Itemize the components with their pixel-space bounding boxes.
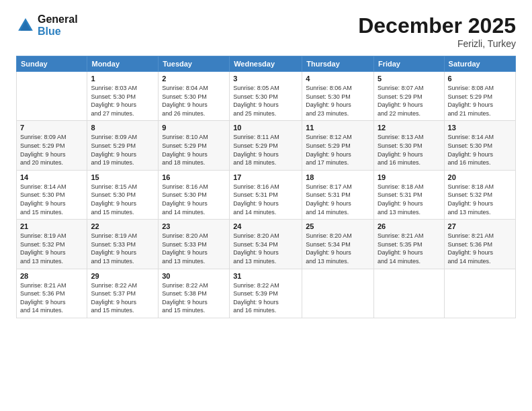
day-info: Sunrise: 8:03 AM Sunset: 5:30 PM Dayligh… (91, 84, 154, 118)
day-info: Sunrise: 8:07 AM Sunset: 5:29 PM Dayligh… (378, 84, 441, 118)
day-cell: 21Sunrise: 8:19 AM Sunset: 5:32 PM Dayli… (17, 220, 87, 269)
day-number: 3 (233, 75, 298, 83)
day-info: Sunrise: 8:05 AM Sunset: 5:30 PM Dayligh… (233, 84, 298, 118)
day-number: 14 (20, 173, 83, 181)
day-number: 10 (233, 124, 298, 132)
day-number: 6 (448, 75, 512, 83)
day-info: Sunrise: 8:12 AM Sunset: 5:29 PM Dayligh… (306, 133, 370, 167)
calendar-body: 1Sunrise: 8:03 AM Sunset: 5:30 PM Daylig… (17, 72, 516, 318)
day-cell: 29Sunrise: 8:22 AM Sunset: 5:37 PM Dayli… (87, 269, 159, 318)
day-number: 16 (162, 173, 226, 181)
day-number: 2 (162, 75, 226, 83)
day-cell: 26Sunrise: 8:21 AM Sunset: 5:35 PM Dayli… (373, 220, 444, 269)
title-block: December 2025 Ferizli, Turkey (358, 13, 516, 49)
col-header-tuesday: Tuesday (159, 56, 230, 72)
day-number: 11 (306, 124, 370, 132)
day-cell: 8Sunrise: 8:09 AM Sunset: 5:29 PM Daylig… (87, 121, 159, 170)
week-row-3: 14Sunrise: 8:14 AM Sunset: 5:30 PM Dayli… (17, 170, 516, 219)
logo: General Blue (16, 13, 78, 38)
day-number: 15 (91, 173, 154, 181)
day-info: Sunrise: 8:16 AM Sunset: 5:31 PM Dayligh… (233, 183, 298, 216)
day-cell: 2Sunrise: 8:04 AM Sunset: 5:30 PM Daylig… (159, 72, 230, 121)
col-header-friday: Friday (373, 56, 444, 72)
header: General Blue December 2025 Ferizli, Turk… (16, 13, 516, 49)
day-number: 9 (162, 124, 226, 132)
day-number: 31 (233, 272, 298, 280)
col-header-wednesday: Wednesday (230, 56, 302, 72)
day-number: 26 (378, 222, 441, 230)
day-info: Sunrise: 8:21 AM Sunset: 5:36 PM Dayligh… (448, 232, 512, 265)
col-header-monday: Monday (87, 56, 159, 72)
page: General Blue December 2025 Ferizli, Turk… (0, 0, 532, 411)
day-cell: 1Sunrise: 8:03 AM Sunset: 5:30 PM Daylig… (87, 72, 159, 121)
logo-line2: Blue (38, 26, 78, 38)
day-number: 12 (378, 124, 441, 132)
day-cell (302, 269, 374, 318)
day-cell: 20Sunrise: 8:18 AM Sunset: 5:32 PM Dayli… (444, 170, 515, 219)
day-number: 21 (20, 222, 83, 230)
day-number: 5 (378, 75, 441, 83)
day-cell: 14Sunrise: 8:14 AM Sunset: 5:30 PM Dayli… (17, 170, 87, 219)
day-info: Sunrise: 8:22 AM Sunset: 5:37 PM Dayligh… (91, 281, 154, 315)
day-cell: 22Sunrise: 8:19 AM Sunset: 5:33 PM Dayli… (87, 220, 159, 269)
week-row-2: 7Sunrise: 8:09 AM Sunset: 5:29 PM Daylig… (17, 121, 516, 170)
day-info: Sunrise: 8:18 AM Sunset: 5:31 PM Dayligh… (378, 183, 441, 216)
day-number: 22 (91, 222, 154, 230)
day-cell: 16Sunrise: 8:16 AM Sunset: 5:30 PM Dayli… (159, 170, 230, 219)
day-cell: 28Sunrise: 8:21 AM Sunset: 5:36 PM Dayli… (17, 269, 87, 318)
day-info: Sunrise: 8:14 AM Sunset: 5:30 PM Dayligh… (20, 183, 83, 216)
day-number: 28 (20, 272, 83, 280)
logo-icon (16, 16, 35, 35)
col-header-thursday: Thursday (302, 56, 374, 72)
day-cell: 17Sunrise: 8:16 AM Sunset: 5:31 PM Dayli… (230, 170, 302, 219)
day-info: Sunrise: 8:10 AM Sunset: 5:29 PM Dayligh… (162, 133, 226, 167)
day-cell: 27Sunrise: 8:21 AM Sunset: 5:36 PM Dayli… (444, 220, 515, 269)
day-cell: 19Sunrise: 8:18 AM Sunset: 5:31 PM Dayli… (373, 170, 444, 219)
day-cell: 11Sunrise: 8:12 AM Sunset: 5:29 PM Dayli… (302, 121, 374, 170)
calendar-header: SundayMondayTuesdayWednesdayThursdayFrid… (17, 56, 516, 72)
day-number: 7 (20, 124, 83, 132)
day-info: Sunrise: 8:16 AM Sunset: 5:30 PM Dayligh… (162, 183, 226, 216)
day-info: Sunrise: 8:06 AM Sunset: 5:30 PM Dayligh… (306, 84, 370, 118)
day-info: Sunrise: 8:14 AM Sunset: 5:30 PM Dayligh… (448, 133, 512, 167)
day-cell: 13Sunrise: 8:14 AM Sunset: 5:30 PM Dayli… (444, 121, 515, 170)
week-row-5: 28Sunrise: 8:21 AM Sunset: 5:36 PM Dayli… (17, 269, 516, 318)
day-cell: 15Sunrise: 8:15 AM Sunset: 5:30 PM Dayli… (87, 170, 159, 219)
day-cell: 18Sunrise: 8:17 AM Sunset: 5:31 PM Dayli… (302, 170, 374, 219)
day-number: 23 (162, 222, 226, 230)
day-number: 4 (306, 75, 370, 83)
day-cell: 10Sunrise: 8:11 AM Sunset: 5:29 PM Dayli… (230, 121, 302, 170)
month-title: December 2025 (358, 13, 516, 38)
day-info: Sunrise: 8:22 AM Sunset: 5:38 PM Dayligh… (162, 281, 226, 315)
day-cell: 24Sunrise: 8:20 AM Sunset: 5:34 PM Dayli… (230, 220, 302, 269)
day-info: Sunrise: 8:09 AM Sunset: 5:29 PM Dayligh… (91, 133, 154, 167)
day-number: 13 (448, 124, 512, 132)
col-header-saturday: Saturday (444, 56, 515, 72)
day-cell: 9Sunrise: 8:10 AM Sunset: 5:29 PM Daylig… (159, 121, 230, 170)
day-info: Sunrise: 8:19 AM Sunset: 5:32 PM Dayligh… (20, 232, 83, 265)
logo-line1: General (38, 13, 78, 26)
day-info: Sunrise: 8:09 AM Sunset: 5:29 PM Dayligh… (20, 133, 83, 167)
day-info: Sunrise: 8:21 AM Sunset: 5:36 PM Dayligh… (20, 281, 83, 315)
day-cell: 12Sunrise: 8:13 AM Sunset: 5:30 PM Dayli… (373, 121, 444, 170)
day-number: 17 (233, 173, 298, 181)
day-cell: 3Sunrise: 8:05 AM Sunset: 5:30 PM Daylig… (230, 72, 302, 121)
day-info: Sunrise: 8:17 AM Sunset: 5:31 PM Dayligh… (306, 183, 370, 216)
day-info: Sunrise: 8:11 AM Sunset: 5:29 PM Dayligh… (233, 133, 298, 167)
day-info: Sunrise: 8:21 AM Sunset: 5:35 PM Dayligh… (378, 232, 441, 265)
day-cell (444, 269, 515, 318)
day-info: Sunrise: 8:20 AM Sunset: 5:34 PM Dayligh… (306, 232, 370, 265)
day-info: Sunrise: 8:13 AM Sunset: 5:30 PM Dayligh… (378, 133, 441, 167)
day-cell: 5Sunrise: 8:07 AM Sunset: 5:29 PM Daylig… (373, 72, 444, 121)
col-header-sunday: Sunday (17, 56, 87, 72)
day-cell: 4Sunrise: 8:06 AM Sunset: 5:30 PM Daylig… (302, 72, 374, 121)
day-cell: 6Sunrise: 8:08 AM Sunset: 5:29 PM Daylig… (444, 72, 515, 121)
day-info: Sunrise: 8:20 AM Sunset: 5:33 PM Dayligh… (162, 232, 226, 265)
day-number: 29 (91, 272, 154, 280)
day-number: 20 (448, 173, 512, 181)
day-info: Sunrise: 8:22 AM Sunset: 5:39 PM Dayligh… (233, 281, 298, 315)
day-cell (17, 72, 87, 121)
day-number: 25 (306, 222, 370, 230)
day-number: 30 (162, 272, 226, 280)
day-info: Sunrise: 8:19 AM Sunset: 5:33 PM Dayligh… (91, 232, 154, 265)
